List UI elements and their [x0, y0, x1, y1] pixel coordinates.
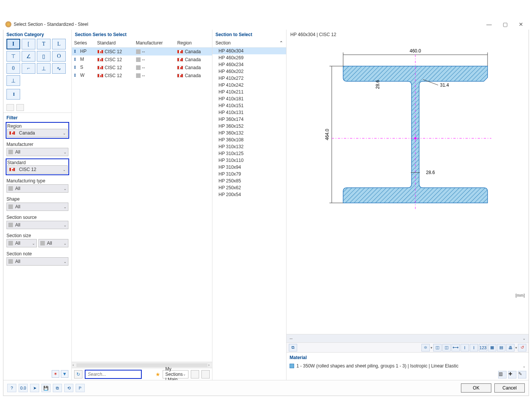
- tool-table-icon[interactable]: ▤: [497, 344, 505, 352]
- material-edit-icon[interactable]: ✎: [518, 371, 526, 378]
- sort-asc-icon[interactable]: ⌃: [279, 40, 283, 46]
- filter-size1-combo[interactable]: All⌄: [6, 239, 37, 247]
- mysec-new-icon[interactable]: [191, 370, 199, 378]
- series-row[interactable]: ISCISC 12--Canada: [72, 63, 212, 71]
- filter-region-label: Region: [7, 124, 22, 129]
- filter-shape-combo[interactable]: All⌄: [6, 203, 68, 211]
- tool-reset-icon[interactable]: ↺: [518, 344, 526, 352]
- mysec-open-icon[interactable]: [201, 370, 210, 378]
- clear-filter-icon[interactable]: ✶: [52, 370, 59, 378]
- tool-values-icon[interactable]: 123: [479, 344, 487, 352]
- section-row[interactable]: HP 310x79: [212, 171, 286, 177]
- section-row[interactable]: HP 410x181: [212, 95, 286, 102]
- filter-note-combo[interactable]: All⌄: [6, 257, 68, 266]
- filter-source-combo[interactable]: All⌄: [6, 221, 68, 229]
- svg-text:28.6: 28.6: [426, 170, 435, 175]
- category-shape-11[interactable]: ⊥: [37, 63, 51, 74]
- material-library-icon[interactable]: ▥: [498, 371, 507, 378]
- category-grid: I [ T L ⊤ ∠ ▯ O 0 ⌐ ⊥ ∿ ⊥: [3, 39, 71, 89]
- category-shape-10[interactable]: ⌐: [22, 63, 35, 74]
- series-row[interactable]: IHPCISC 12--Canada: [72, 48, 212, 56]
- section-row[interactable]: HP 460x304: [212, 48, 286, 54]
- section-row[interactable]: HP 250x62: [212, 184, 286, 191]
- category-shape-12[interactable]: ∿: [52, 63, 66, 74]
- my-sections-combo[interactable]: My Sections | Main⌄: [163, 370, 188, 378]
- ok-button[interactable]: OK: [461, 383, 491, 393]
- tool-axes1-icon[interactable]: I: [461, 344, 469, 352]
- window-title: Select Section - Standardized - Steel: [14, 22, 88, 27]
- series-hscroll[interactable]: ‹›: [72, 362, 212, 368]
- tool-stress1-icon[interactable]: ◫: [433, 344, 442, 352]
- material-combo[interactable]: 1 - 350W (rolled shapes and sheet piling…: [287, 362, 529, 370]
- footer-save-icon[interactable]: 💾: [41, 384, 51, 392]
- category-c-shape[interactable]: [: [22, 39, 35, 49]
- tool-dots-icon[interactable]: ፨: [421, 344, 430, 352]
- footer-copy-icon[interactable]: ⧉: [53, 384, 62, 392]
- tool-stress2-icon[interactable]: ◫: [442, 344, 451, 352]
- filter-standard-combo[interactable]: CISC 12 ⌄: [7, 165, 68, 174]
- category-t-shape[interactable]: T: [37, 39, 51, 49]
- section-row[interactable]: HP 310x110: [212, 157, 286, 164]
- close-button[interactable]: ✕: [515, 21, 527, 27]
- cancel-button[interactable]: Cancel: [494, 383, 525, 393]
- series-row[interactable]: IWCISC 12--Canada: [72, 71, 212, 79]
- mini-list-icon[interactable]: [16, 104, 24, 111]
- filter-standard-highlight: Standard CISC 12 ⌄: [6, 158, 69, 175]
- section-row[interactable]: HP 460x269: [212, 54, 286, 61]
- svg-text:31.4: 31.4: [440, 82, 449, 88]
- category-shape-8[interactable]: O: [52, 51, 66, 62]
- filter-mfgtype-combo[interactable]: All⌄: [6, 184, 68, 193]
- section-row[interactable]: HP 410x211: [212, 89, 286, 95]
- category-shape-7[interactable]: ▯: [37, 51, 51, 62]
- section-row[interactable]: HP 310x125: [212, 150, 286, 157]
- footer-render-icon[interactable]: ➤: [30, 384, 39, 392]
- category-shape-5[interactable]: ⊤: [6, 51, 20, 62]
- favorite-icon[interactable]: ★: [155, 371, 160, 377]
- tool-print-icon[interactable]: 🖶: [506, 344, 515, 352]
- canada-flag-icon: [9, 168, 15, 171]
- section-row[interactable]: HP 460x234: [212, 61, 286, 68]
- unit-label: [mm]: [516, 293, 525, 298]
- section-row[interactable]: HP 310x132: [212, 143, 286, 150]
- tool-props-icon[interactable]: ⧉: [289, 344, 297, 352]
- maximize-button[interactable]: ▢: [499, 21, 511, 27]
- tool-grid-icon[interactable]: ▦: [488, 344, 496, 352]
- section-row[interactable]: HP 250x85: [212, 177, 286, 184]
- category-double-i[interactable]: I I: [6, 89, 20, 100]
- section-row[interactable]: HP 360x174: [212, 116, 286, 123]
- material-new-icon[interactable]: ✚: [508, 371, 516, 378]
- filter-manufacturer-combo[interactable]: All ⌄: [6, 148, 68, 156]
- category-l-shape[interactable]: L: [52, 39, 66, 49]
- section-row[interactable]: HP 310x94: [212, 164, 286, 171]
- apply-filter-icon[interactable]: ▼: [61, 370, 68, 378]
- section-row[interactable]: HP 460x202: [212, 68, 286, 75]
- section-row[interactable]: HP 410x242: [212, 82, 286, 89]
- svg-text:28.6: 28.6: [375, 80, 380, 89]
- section-row[interactable]: HP 360x132: [212, 130, 286, 136]
- grey-icon: [8, 150, 13, 154]
- category-shape-13[interactable]: ⊥: [6, 75, 20, 86]
- tool-dim-icon[interactable]: ⟷: [451, 344, 460, 352]
- section-row[interactable]: HP 410x272: [212, 75, 286, 82]
- mini-grid-icon[interactable]: [6, 104, 14, 111]
- category-i-shape[interactable]: I: [6, 39, 20, 49]
- section-row[interactable]: HP 200x54: [212, 191, 286, 198]
- refresh-icon[interactable]: ↻: [74, 370, 82, 378]
- section-row[interactable]: HP 360x152: [212, 123, 286, 130]
- category-shape-6[interactable]: ∠: [22, 51, 35, 62]
- minimize-button[interactable]: —: [483, 21, 495, 27]
- search-input[interactable]: [87, 371, 139, 377]
- section-row[interactable]: HP 360x108: [212, 136, 286, 143]
- footer-help-icon[interactable]: ?: [7, 384, 16, 392]
- section-row[interactable]: HP 410x151: [212, 102, 286, 109]
- preview-variant-combo[interactable]: --⌄: [287, 334, 529, 342]
- footer-section-icon[interactable]: Iᵇ: [76, 384, 85, 392]
- category-shape-9[interactable]: 0: [6, 63, 20, 74]
- footer-swap-icon[interactable]: ⟲: [64, 384, 73, 392]
- section-row[interactable]: HP 410x131: [212, 109, 286, 116]
- filter-region-combo[interactable]: Canada ⌄: [7, 129, 68, 137]
- footer-calc-icon[interactable]: 0.0: [19, 384, 28, 392]
- series-row[interactable]: IMCISC 12--Canada: [72, 55, 212, 63]
- tool-axes2-icon[interactable]: I: [470, 344, 478, 352]
- filter-size2-combo[interactable]: All⌄: [38, 239, 69, 247]
